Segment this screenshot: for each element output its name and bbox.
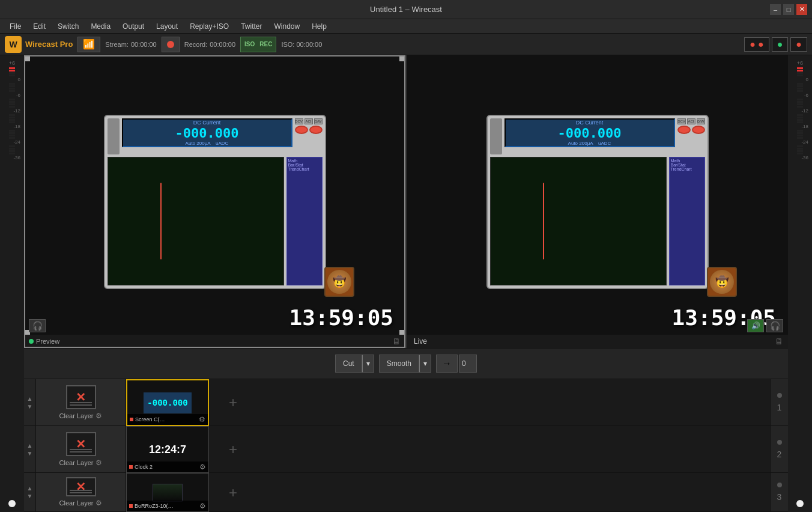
- live-avatar: 🤠: [707, 267, 737, 297]
- smooth-button[interactable]: Smooth: [379, 355, 419, 373]
- multimeter-live: DC Current -000.000 Auto 200μA uADC DCV …: [486, 115, 709, 289]
- iso-label: ISO: [244, 41, 255, 47]
- layer-1-down-arrow[interactable]: ▼: [27, 403, 33, 410]
- status-indicator-left: ● ●: [744, 37, 769, 52]
- center-area: DC Current -000.000 Auto 200μA uADC DCV …: [24, 55, 788, 512]
- title-bar: Untitled 1 – Wirecast – □ ✕: [0, 0, 812, 19]
- record-button[interactable]: [162, 37, 180, 52]
- menu-file[interactable]: File: [5, 21, 26, 32]
- layer-2-add-source[interactable]: +: [209, 426, 257, 473]
- connection-button[interactable]: 📶: [77, 37, 100, 52]
- layer-3-add-source[interactable]: +: [209, 473, 257, 512]
- preview-headphone-button[interactable]: 🎧: [29, 319, 46, 332]
- vu-tick: [9, 153, 15, 154]
- go-button[interactable]: →: [436, 355, 458, 373]
- layer-3-clear-icon: ✕: [66, 477, 96, 496]
- layer-1-clear[interactable]: ✕ Clear Layer ⚙: [36, 379, 126, 425]
- layer-3-gear-icon[interactable]: ⚙: [95, 499, 102, 507]
- right-vu-tick: [797, 145, 803, 147]
- vu-tick: [9, 75, 15, 76]
- live-controls: 🔊 🎧: [747, 319, 783, 332]
- menu-replay-iso[interactable]: Replay+ISO: [185, 21, 234, 32]
- layer-2-clear-icon: ✕: [66, 432, 96, 456]
- menu-twitter[interactable]: Twitter: [236, 21, 267, 32]
- layer-2-dot: [777, 440, 782, 445]
- menu-output[interactable]: Output: [118, 21, 149, 32]
- layer-3-source[interactable]: BoRRoZ3-10(… ⚙: [126, 473, 209, 512]
- live-speaker-button[interactable]: 🔊: [747, 319, 764, 332]
- right-vu-tick: [797, 103, 803, 105]
- layer-3-clear[interactable]: ✕ Clear Layer ⚙: [36, 473, 126, 511]
- layer-1-source-gear[interactable]: ⚙: [199, 415, 205, 424]
- live-headphone-button[interactable]: 🎧: [766, 319, 783, 332]
- window-controls: – □ ✕: [770, 4, 807, 15]
- vu-tick: [9, 83, 15, 85]
- counter-button[interactable]: 0: [459, 355, 477, 373]
- main-content: +6 0 -6 -12: [0, 55, 812, 512]
- live-label-bar: Live 🖥: [407, 335, 788, 348]
- right-vu-tick: [797, 101, 803, 103]
- layer-1-controls: ▲ ▼: [24, 379, 36, 425]
- layer-2-status-dot: [129, 465, 133, 469]
- layer-2-source-gear[interactable]: ⚙: [199, 463, 206, 471]
- live-pane: DC Current -000.000 Auto 200μA uADC DCV …: [407, 55, 788, 348]
- add-icon-2: +: [229, 441, 237, 458]
- menu-help[interactable]: Help: [307, 21, 332, 32]
- right-vu-tick: [797, 72, 803, 74]
- smooth-dropdown-button[interactable]: ▾: [419, 355, 431, 373]
- layer-1-source[interactable]: -000.000 Screen C(… ⚙: [126, 379, 209, 426]
- layer-2-down-arrow[interactable]: ▼: [27, 450, 33, 457]
- layer-3-source-label: BoRRoZ3-10(… ⚙: [127, 501, 208, 511]
- layer-1-dot: [777, 393, 782, 398]
- speaker-icon: 🔊: [751, 322, 760, 330]
- close-button[interactable]: ✕: [796, 4, 807, 15]
- layer-2-gear-icon[interactable]: ⚙: [95, 459, 102, 467]
- right-vu-bars: 0 -6 -12 -18 -24 -36: [790, 67, 810, 500]
- menu-layout[interactable]: Layout: [151, 21, 183, 32]
- vu-left-handle[interactable]: [8, 500, 16, 507]
- vu-tick: [9, 90, 15, 92]
- layer-2-clear-label: Clear Layer ⚙: [59, 459, 103, 467]
- arrow-icon: →: [442, 358, 452, 369]
- vu-tick: [9, 135, 15, 136]
- vu-right-handle[interactable]: [796, 500, 804, 507]
- layer-2-spacer: [257, 426, 770, 472]
- layer-3-down-arrow[interactable]: ▼: [27, 493, 33, 499]
- layer-3-up-arrow[interactable]: ▲: [27, 485, 33, 492]
- menu-switch[interactable]: Switch: [53, 21, 83, 32]
- layer-3-source-gear[interactable]: ⚙: [199, 502, 206, 510]
- live-monitor-icon: 🖥: [775, 337, 783, 346]
- status-indicator-middle: ●: [772, 37, 789, 52]
- headphone-icon: 🎧: [32, 321, 43, 331]
- menu-window[interactable]: Window: [270, 21, 305, 32]
- layer-1-add-source[interactable]: +: [209, 379, 257, 426]
- layer-1-clear-text: Clear Layer: [59, 412, 94, 419]
- maximize-button[interactable]: □: [783, 4, 794, 15]
- iso-time: ISO: 00:00:00: [281, 41, 322, 48]
- cut-button[interactable]: Cut: [335, 355, 362, 373]
- iso-rec-button[interactable]: ISO REC: [240, 37, 276, 52]
- layer-3-source-name: BoRRoZ3-10(…: [135, 503, 174, 509]
- layer-1-gear-icon[interactable]: ⚙: [95, 412, 102, 420]
- cut-dropdown-button[interactable]: ▾: [362, 355, 374, 373]
- record-label: Record:: [184, 41, 208, 48]
- right-vu-tick: [797, 132, 803, 134]
- preview-meter-value: -000.000: [175, 126, 239, 141]
- layer-2-up-arrow[interactable]: ▲: [27, 442, 33, 449]
- menu-edit[interactable]: Edit: [28, 21, 50, 32]
- layer-1-spacer: [257, 379, 770, 425]
- right-vu-tick: [797, 137, 803, 139]
- minimize-button[interactable]: –: [770, 4, 781, 15]
- layer-3-num-text: 3: [777, 492, 782, 502]
- counter-value: 0: [462, 359, 466, 368]
- right-vu-tick: [797, 67, 803, 69]
- preview-avatar: 🤠: [324, 267, 354, 297]
- menu-media[interactable]: Media: [86, 21, 115, 32]
- layer-row-3: ▲ ▼ ✕ Clear Layer ⚙: [24, 473, 788, 512]
- stream-label: Stream:: [105, 41, 129, 48]
- layer-1-up-arrow[interactable]: ▲: [27, 395, 33, 402]
- vu-tick: [9, 88, 15, 90]
- preview-label-bar: Preview 🖥: [24, 335, 405, 348]
- layer-2-source[interactable]: 12:24:7 Clock 2 ⚙: [126, 426, 209, 473]
- layer-2-clear[interactable]: ✕ Clear Layer ⚙: [36, 426, 126, 472]
